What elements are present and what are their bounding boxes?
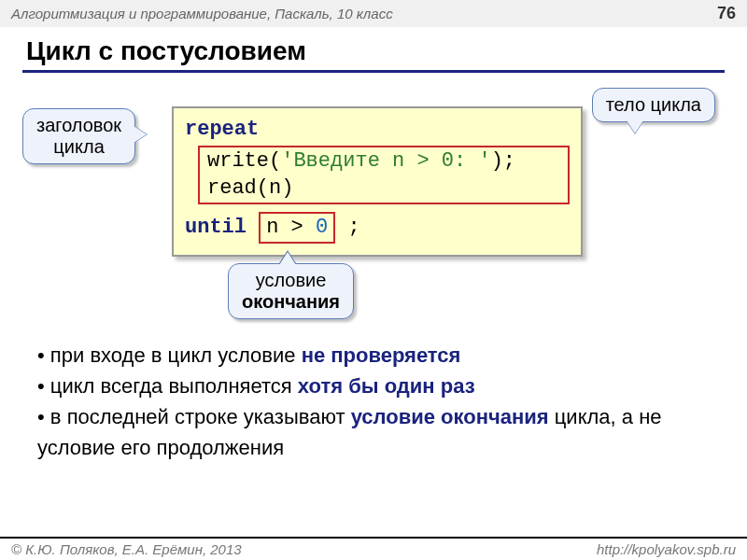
text: цикл всегда выполняется [50,374,298,398]
callout-loop-header: заголовок цикла [22,108,135,164]
loop-body-box: write('Введите n > 0: '); read(n) [198,146,570,204]
code-read: read(n) [207,176,293,200]
code-number: 0 [316,216,328,239]
callout-text: условие [256,270,327,290]
callout-text: тело цикла [606,94,701,115]
page-title: Цикл с постусловием [0,27,747,70]
callout-text: цикла [53,136,104,157]
code-text: ); [491,149,515,173]
code-diagram: заголовок цикла тело цикла repeat write(… [22,88,725,321]
emphasis: хотя бы один раз [298,374,475,398]
callout-text: окончания [242,291,340,312]
page-number: 76 [717,4,736,23]
code-text: ; [347,216,359,239]
code-write: write( [207,149,281,173]
footer-bar: © К.Ю. Поляков, Е.А. Ерёмин, 2013 http:/… [0,537,747,560]
footer-url: http://kpolyakov.spb.ru [597,541,736,557]
emphasis: не проверяется [302,343,461,367]
code-text: n > [266,216,316,239]
text: при входе в цикл условие [50,343,302,367]
callout-end-condition: условие окончания [228,263,354,319]
list-item: в последней строке указывают условие око… [37,401,710,463]
header-bar: Алгоритмизация и программирование, Паска… [0,0,747,27]
callout-text: заголовок [36,115,121,135]
bullet-list: при входе в цикл условие не проверяется … [37,340,710,463]
list-item: цикл всегда выполняется хотя бы один раз [37,371,710,401]
footer-authors: © К.Ю. Поляков, Е.А. Ерёмин, 2013 [11,541,242,557]
condition-box: n > 0 [259,212,335,244]
callout-loop-body: тело цикла [592,88,715,122]
keyword-repeat: repeat [185,118,259,141]
emphasis: условие окончания [351,405,549,428]
course-title: Алгоритмизация и программирование, Паска… [11,6,393,21]
title-rule [22,70,725,73]
keyword-until: until [185,216,247,239]
code-block: repeat write('Введите n > 0: '); read(n)… [172,106,583,257]
list-item: при входе в цикл условие не проверяется [37,340,710,371]
text: в последней строке указывают [50,405,351,428]
code-string: 'Введите n > 0: ' [281,149,490,173]
